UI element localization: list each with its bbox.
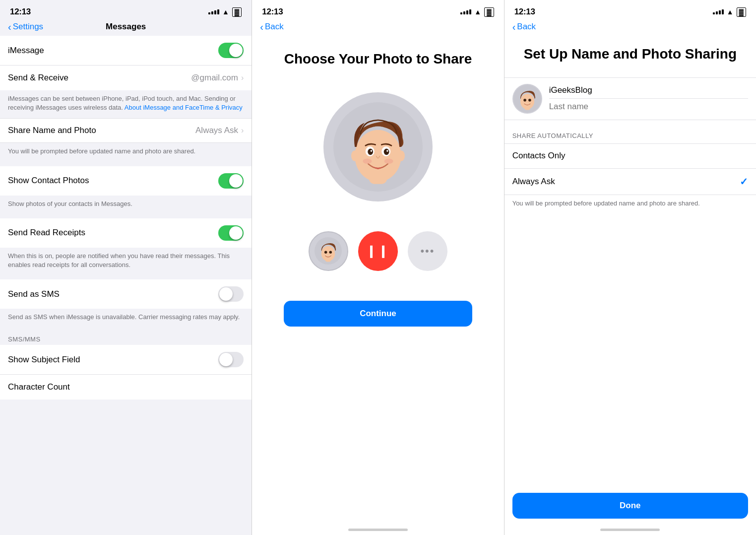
send-as-sms-toggle[interactable] <box>218 286 244 302</box>
contact-photos-description: Show photos of your contacts in Messages… <box>0 196 252 214</box>
profile-firstname-input[interactable] <box>549 85 748 95</box>
contacts-only-label: Contacts Only <box>512 151 748 161</box>
share-name-label: Share Name and Photo <box>8 126 195 135</box>
send-as-sms-section: Send as SMS <box>0 279 252 309</box>
profile-avatar[interactable] <box>512 84 542 114</box>
phone3-battery-icon: ▓ <box>737 7 746 17</box>
share-name-value: Always Ask <box>195 126 238 135</box>
imessage-description: iMessages can be sent between iPhone, iP… <box>0 90 252 118</box>
phone1-back-chevron: ‹ <box>8 22 11 32</box>
phone2-frame: 12:13 ▲ ▓ ‹ Back Choose Your Photo to Sh… <box>252 0 504 535</box>
show-subject-toggle[interactable] <box>218 352 244 367</box>
phone3-spacer <box>504 214 756 493</box>
imessage-link[interactable]: About iMessage and FaceTime & Privacy <box>125 104 243 111</box>
phone3-back-label: Back <box>517 22 536 32</box>
imessage-row[interactable]: iMessage <box>0 36 252 66</box>
phone1-time: 12:13 <box>10 7 31 17</box>
phone3-status-icons: ▲ ▓ <box>713 7 746 17</box>
send-receive-value: @gmail.com <box>191 73 238 83</box>
phone1-frame: 12:13 ▲ ▓ ‹ Settings Messages iMessage <box>0 0 252 535</box>
svg-point-12 <box>384 158 393 164</box>
avatar-option-more[interactable]: ••• <box>408 231 447 271</box>
read-receipts-row[interactable]: Send Read Receipts <box>0 218 252 248</box>
continue-button[interactable]: Continue <box>284 301 472 327</box>
show-subject-row[interactable]: Show Subject Field <box>0 345 252 375</box>
phone2-battery-icon: ▓ <box>484 7 494 17</box>
phone3-back-button[interactable]: ‹ Back <box>512 22 536 32</box>
phone3-nav-bar: ‹ Back <box>504 20 756 36</box>
phone2-signal-icon <box>460 9 471 14</box>
phone2-status-bar: 12:13 ▲ ▓ <box>252 0 504 20</box>
done-button[interactable]: Done <box>512 493 748 519</box>
phone1-status-icons: ▲ ▓ <box>208 7 242 17</box>
svg-point-20 <box>520 94 534 109</box>
phone2-time: 12:13 <box>262 7 283 17</box>
send-receive-row[interactable]: Send & Receive @gmail.com › <box>0 66 252 90</box>
share-name-description: You will be prompted before updated name… <box>0 143 252 162</box>
phone2-home-indicator <box>348 529 408 531</box>
always-ask-label: Always Ask <box>512 177 740 187</box>
imessage-label: iMessage <box>8 46 218 56</box>
share-name-chevron: › <box>241 126 244 135</box>
phone3-home-indicator <box>600 529 660 531</box>
sms-mms-section: Show Subject Field Character Count <box>0 345 252 400</box>
profile-section <box>504 77 756 120</box>
svg-point-17 <box>329 251 332 254</box>
phone3-time: 12:13 <box>514 7 535 17</box>
memoji-avatar-svg <box>333 102 423 192</box>
contact-photos-label: Show Contact Photos <box>8 176 218 186</box>
avatar-option-memoji[interactable] <box>309 231 348 271</box>
battery-icon: ▓ <box>232 7 242 17</box>
svg-point-9 <box>351 150 358 161</box>
show-subject-label: Show Subject Field <box>8 355 218 365</box>
profile-lastname-input[interactable] <box>549 102 748 112</box>
phone1-back-label: Settings <box>13 22 43 32</box>
send-as-sms-label: Send as SMS <box>8 289 218 299</box>
contact-photos-section: Show Contact Photos <box>0 166 252 196</box>
phone3-back-chevron: ‹ <box>512 22 516 32</box>
contact-photos-row[interactable]: Show Contact Photos <box>0 166 252 196</box>
phone3-content: Set Up Name and Photo Sharing <box>504 36 756 529</box>
character-count-label: Character Count <box>8 382 244 392</box>
choose-photo-title: Choose Your Photo to Share <box>284 51 472 67</box>
always-ask-checkmark: ✓ <box>740 176 748 188</box>
always-ask-row[interactable]: Always Ask ✓ <box>504 169 756 195</box>
contacts-only-row[interactable]: Contacts Only <box>504 144 756 169</box>
svg-point-16 <box>324 251 327 254</box>
signal-icon <box>208 9 219 14</box>
svg-point-21 <box>523 99 526 102</box>
phone1-nav-title: Messages <box>106 22 146 32</box>
send-as-sms-row[interactable]: Send as SMS <box>0 279 252 309</box>
phone2-wifi-icon: ▲ <box>474 8 481 16</box>
wifi-icon: ▲ <box>222 8 229 16</box>
svg-point-11 <box>363 158 372 164</box>
read-receipts-section: Send Read Receipts <box>0 218 252 248</box>
share-auto-options: Contacts Only Always Ask ✓ <box>504 143 756 195</box>
phone2-back-label: Back <box>265 22 284 32</box>
profile-memoji-svg <box>513 85 541 113</box>
contact-photos-toggle[interactable] <box>218 173 244 189</box>
read-receipts-toggle[interactable] <box>218 225 244 241</box>
send-receive-label: Send & Receive <box>8 73 191 83</box>
phone2-back-chevron: ‹ <box>260 22 263 32</box>
svg-point-15 <box>321 246 335 261</box>
share-auto-header: SHARE AUTOMATICALLY <box>504 132 756 143</box>
svg-point-22 <box>528 99 531 102</box>
phone1-back-button[interactable]: ‹ Settings <box>8 22 43 32</box>
phone2-back-button[interactable]: ‹ Back <box>260 22 283 32</box>
share-auto-section: SHARE AUTOMATICALLY Contacts Only Always… <box>504 132 756 214</box>
main-avatar[interactable] <box>323 92 433 201</box>
imessage-section: iMessage Send & Receive @gmail.com › <box>0 36 252 90</box>
avatar-options-row: ❙❙ ••• <box>309 231 447 271</box>
avatar-option-stop[interactable]: ❙❙ <box>358 231 398 271</box>
imessage-toggle[interactable] <box>218 43 244 58</box>
phone2-nav-bar: ‹ Back <box>252 20 504 36</box>
phone1-nav-bar: ‹ Settings Messages <box>0 20 252 36</box>
send-as-sms-description: Send as SMS when iMessage is unavailable… <box>0 309 252 328</box>
phone3-signal-icon <box>713 9 724 14</box>
phone2-status-icons: ▲ ▓ <box>460 7 494 17</box>
share-name-row[interactable]: Share Name and Photo Always Ask › <box>0 118 252 143</box>
character-count-row[interactable]: Character Count <box>0 375 252 400</box>
avatar-option-memoji-svg <box>315 237 342 265</box>
setup-title: Set Up Name and Photo Sharing <box>504 36 756 77</box>
